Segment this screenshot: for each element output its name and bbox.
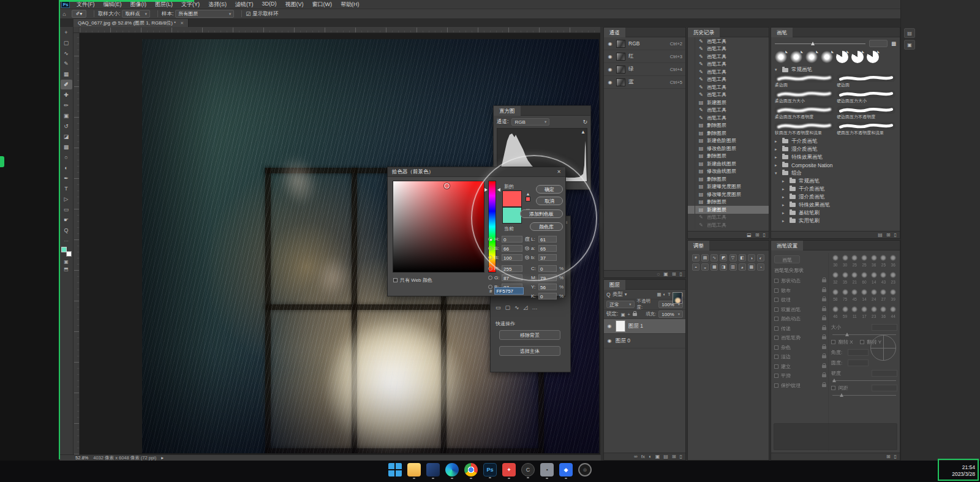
brush-option-row[interactable]: 杂色 <box>774 343 826 353</box>
lock-icon[interactable] <box>822 365 826 368</box>
tool-button[interactable]: ✏ <box>61 100 72 110</box>
link-layers-icon[interactable]: ∞ <box>634 454 638 459</box>
snapshot-slot[interactable] <box>688 68 695 76</box>
checkbox[interactable] <box>774 279 778 283</box>
toolbar-ellipsis[interactable]: … <box>61 237 72 243</box>
snapshot-slot[interactable] <box>688 76 695 84</box>
menu-item[interactable]: 3D(D) <box>258 1 281 9</box>
brush-subfolder[interactable]: ▸ 实用笔刷 <box>778 217 900 225</box>
new-document-from-state-icon[interactable]: ⬓ <box>747 232 752 238</box>
adjustment-icon[interactable]: ◐ <box>757 254 764 262</box>
history-entry[interactable]: ✎ 画笔工具 <box>688 68 769 76</box>
snapshot-slot[interactable] <box>688 37 695 45</box>
hue-slider-handle[interactable] <box>497 188 500 192</box>
color-marker[interactable] <box>444 183 450 189</box>
close-tab-icon[interactable]: ✕ <box>180 21 184 26</box>
dialog-title-bar[interactable]: 拾色器（前景色） ✕ <box>388 167 565 177</box>
value-field[interactable]: 61 <box>538 236 557 243</box>
background-color-swatch[interactable] <box>66 251 72 257</box>
brush-item[interactable]: 硬边圆 <box>837 74 896 89</box>
sample-dropdown[interactable]: 所有图层▾ <box>175 10 234 18</box>
brush-item[interactable]: 软圆压力不透明度和流量 <box>775 122 834 137</box>
tool-button[interactable]: ∿ <box>61 48 72 58</box>
new-group-icon[interactable]: ▤ <box>878 232 883 238</box>
taskbar-app-icon[interactable]: ◆ <box>559 463 573 476</box>
history-entry[interactable]: ▤ 修改曝光度图层 <box>688 190 769 198</box>
value-field[interactable]: 255 <box>502 265 522 272</box>
lock-icon[interactable] <box>822 336 826 339</box>
brush-option-row[interactable]: 保护纹理 <box>774 381 826 391</box>
brush-tip[interactable]: 23 <box>870 304 878 322</box>
adjustment-icon[interactable]: ▤ <box>701 254 709 262</box>
brush-tip[interactable]: 25 <box>860 253 869 270</box>
layer-name[interactable]: 图层 0 <box>616 337 630 345</box>
triangle-icon[interactable]: ◿ <box>524 304 528 311</box>
rounded-rect-icon[interactable]: ▢ <box>505 304 511 311</box>
select-subject-button[interactable]: 选择主体 <box>499 346 560 356</box>
hardness-field[interactable] <box>872 370 897 377</box>
brush-chip[interactable] <box>790 51 802 63</box>
brush-tip[interactable]: 11 <box>850 304 859 322</box>
value-field[interactable]: 0 <box>538 265 557 272</box>
history-entry[interactable]: ▤ 新建色阶图层 <box>688 137 769 145</box>
brush-item[interactable]: 硬边圆压力不透明度 <box>837 106 896 121</box>
tool-button[interactable]: ▣ <box>61 111 72 121</box>
new-brush-icon[interactable]: ⊞ <box>886 454 891 459</box>
trash-icon[interactable]: ▯ <box>894 454 897 459</box>
chevron-down-icon[interactable]: ▾ <box>625 292 627 297</box>
taskbar-app-icon[interactable]: Ps <box>483 463 497 476</box>
channels-tab[interactable]: 通道 <box>604 28 625 37</box>
channel-row[interactable]: ◉ 蓝 Ctrl+5 <box>604 76 685 89</box>
filter-type-icon[interactable]: T <box>668 292 671 297</box>
lock-icon[interactable] <box>822 327 826 330</box>
history-entry[interactable]: ▤ 修改色阶图层 <box>688 145 769 153</box>
history-entry[interactable]: ✎ 画笔工具 <box>688 61 769 69</box>
tool-button[interactable]: ✎ <box>61 59 72 69</box>
brush-option-row[interactable]: 纹理 <box>774 295 826 305</box>
radio-button[interactable] <box>525 255 529 260</box>
history-entry[interactable]: ▤ 新建曝光度图层 <box>688 183 769 191</box>
brush-subfolder[interactable]: ▸ 干介质画笔 <box>778 185 900 193</box>
gamut-warning-icon[interactable]: ▲ <box>525 192 531 201</box>
history-entry[interactable]: ▤ 新建曲线图层 <box>688 160 769 168</box>
new-channel-icon[interactable]: ⊞ <box>672 271 676 277</box>
blend-mode-dropdown[interactable]: 正常▾ <box>606 301 635 308</box>
snapshot-slot[interactable] <box>688 83 695 91</box>
value-field[interactable]: 65 <box>538 245 557 252</box>
adjustment-icon[interactable]: ◑ <box>748 254 755 262</box>
checkbox[interactable] <box>774 345 778 350</box>
eye-icon[interactable]: ◉ <box>607 80 613 85</box>
lock-icon[interactable] <box>822 346 826 349</box>
eye-icon[interactable]: ◉ <box>607 54 613 59</box>
history-entry[interactable]: ✎ 画笔工具 <box>688 45 769 53</box>
history-entry[interactable]: ✎ 画笔工具 <box>688 76 769 84</box>
history-entry[interactable]: ✎ 画笔工具 <box>688 107 769 115</box>
snapshot-slot[interactable] <box>688 53 695 61</box>
stroke-preview-toggle-icon[interactable]: ▩ <box>891 40 896 47</box>
snapshot-slot[interactable] <box>688 168 695 176</box>
layer-row[interactable]: ◉ 图层 1 <box>604 319 685 334</box>
brush-subfolder[interactable]: ▸ 特殊效果画笔 <box>778 201 900 209</box>
value-field[interactable]: 56 <box>538 284 557 290</box>
snapshot-slot[interactable] <box>688 206 695 214</box>
menu-item[interactable]: 选择(S) <box>204 1 231 9</box>
saturation-field[interactable] <box>393 181 484 273</box>
channel-row[interactable]: ◉ RGB Ctrl+2 <box>604 37 685 50</box>
checkbox[interactable] <box>774 317 778 321</box>
value-field[interactable]: 79 <box>538 274 557 281</box>
add-to-swatches-button[interactable]: 添加到色板 <box>520 209 563 218</box>
snapshot-slot[interactable] <box>688 114 695 122</box>
radio-button[interactable] <box>488 246 492 250</box>
brush-folder[interactable]: ▸ 湿介质画笔 <box>771 145 900 153</box>
brush-tip[interactable]: 32 <box>831 270 840 287</box>
layer-name[interactable]: 图层 1 <box>628 323 643 330</box>
share-side-tab[interactable] <box>0 156 4 167</box>
history-entry[interactable]: ✎ 画笔工具 <box>688 37 769 45</box>
taskbar-app-icon[interactable] <box>388 463 402 476</box>
snapshot-slot[interactable] <box>688 137 695 145</box>
cancel-button[interactable]: 取消 <box>536 197 563 205</box>
brush-tip[interactable]: 30 <box>831 253 840 270</box>
close-dialog-icon[interactable]: ✕ <box>557 169 561 175</box>
tool-button[interactable]: ▭ <box>61 205 72 214</box>
brush-tip[interactable]: 43 <box>880 270 888 287</box>
